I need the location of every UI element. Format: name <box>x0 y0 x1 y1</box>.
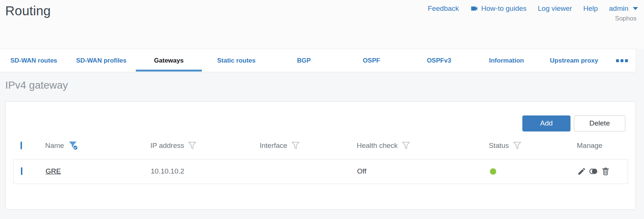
table-row: GRE 10.10.10.2 Off <box>13 159 628 184</box>
column-header-interface: Interface <box>256 141 353 150</box>
delete-trash-icon[interactable] <box>601 167 610 176</box>
howto-guides-link-label: How-to guides <box>481 4 526 13</box>
filter-icon[interactable] <box>188 141 196 150</box>
add-button[interactable]: Add <box>522 115 570 131</box>
tab-information[interactable]: Information <box>473 49 540 72</box>
edit-pencil-icon[interactable] <box>577 167 586 176</box>
filter-icon[interactable] <box>291 141 300 150</box>
feedback-link[interactable]: Feedback <box>428 4 459 13</box>
tab-upstream-proxy[interactable]: Upstream proxy <box>540 49 608 72</box>
filter-icon[interactable] <box>513 141 521 150</box>
column-header-health-label: Health check <box>357 142 398 150</box>
tab-static-routes[interactable]: Static routes <box>203 49 270 72</box>
column-header-manage-label: Manage <box>577 142 603 150</box>
page-title: Routing <box>5 2 51 19</box>
brand-label: Sophos <box>615 15 638 22</box>
column-header-ip-address: IP address <box>147 141 256 150</box>
log-viewer-link[interactable]: Log viewer <box>538 4 572 13</box>
tab-bar: SD-WAN routes SD-WAN profiles Gateways S… <box>0 49 636 72</box>
delete-button[interactable]: Delete <box>574 115 625 131</box>
gateway-status-cell <box>485 168 573 175</box>
select-all-checkbox[interactable] <box>21 142 22 149</box>
gateway-ip-cell: 10.10.10.2 <box>147 167 256 175</box>
row-checkbox-cell <box>13 168 42 175</box>
howto-guides-link[interactable]: How-to guides <box>470 4 526 13</box>
gateway-panel: Add Delete Name IP address <box>5 101 636 210</box>
gateway-name-cell: GRE <box>42 167 147 175</box>
table-header: Name IP address Interface <box>13 140 628 151</box>
gateway-manage-cell <box>573 167 628 176</box>
filter-active-icon[interactable] <box>68 140 79 150</box>
header-checkbox-cell <box>13 142 41 149</box>
log-viewer-link-label: Log viewer <box>538 4 572 13</box>
gateway-name-link[interactable]: GRE <box>46 167 61 175</box>
column-header-name: Name <box>41 140 147 150</box>
more-tabs-button[interactable] <box>608 49 636 72</box>
tab-ospf[interactable]: OSPF <box>338 49 405 72</box>
column-header-health-check: Health check <box>353 141 485 150</box>
panel-toolbar: Add Delete <box>13 102 628 131</box>
row-checkbox[interactable] <box>21 167 22 175</box>
page-header: Routing Feedback How-to guides Log viewe… <box>0 0 644 49</box>
user-menu-label: admin <box>609 4 628 13</box>
chevron-down-icon <box>633 7 638 10</box>
column-header-status: Status <box>485 141 573 150</box>
tab-ospfv3[interactable]: OSPFv3 <box>405 49 473 72</box>
column-header-name-label: Name <box>45 142 64 150</box>
help-link[interactable]: Help <box>583 4 598 13</box>
column-header-ip-label: IP address <box>150 142 184 150</box>
top-nav: Feedback How-to guides Log viewer Help a… <box>428 4 638 13</box>
help-link-label: Help <box>583 4 598 13</box>
header-right: Feedback How-to guides Log viewer Help a… <box>428 2 638 22</box>
tab-gateways[interactable]: Gateways <box>135 49 203 72</box>
tab-bgp[interactable]: BGP <box>270 49 338 72</box>
feedback-link-label: Feedback <box>428 4 459 13</box>
section-heading: IPv4 gateway <box>5 79 644 92</box>
video-camera-icon <box>470 4 478 13</box>
clone-icon[interactable] <box>589 167 598 176</box>
content-area: IPv4 gateway Add Delete Name <box>0 79 644 210</box>
status-green-dot <box>490 168 496 175</box>
filter-icon[interactable] <box>402 141 410 150</box>
ellipsis-icon <box>616 59 619 62</box>
tab-sdwan-routes[interactable]: SD-WAN routes <box>0 49 68 72</box>
column-header-status-label: Status <box>489 142 509 150</box>
user-menu[interactable]: admin <box>609 4 638 13</box>
column-header-manage: Manage <box>573 142 628 150</box>
tab-sdwan-profiles[interactable]: SD-WAN profiles <box>68 49 135 72</box>
column-header-interface-label: Interface <box>260 142 287 150</box>
gateway-health-cell: Off <box>353 167 485 175</box>
